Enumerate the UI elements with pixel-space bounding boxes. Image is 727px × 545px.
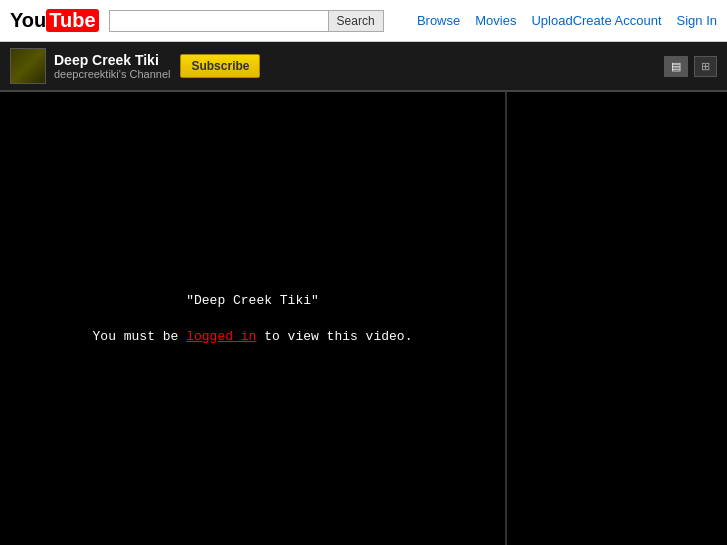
create-account-link[interactable]: Create Account (573, 13, 662, 28)
logo-tube-text: Tube (46, 9, 98, 32)
video-title: "Deep Creek Tiki" (93, 288, 413, 314)
nav-browse[interactable]: Browse (417, 13, 460, 28)
channel-info: Deep Creek Tiki deepcreektiki's Channel (54, 52, 170, 80)
channel-bar: Deep Creek Tiki deepcreektiki's Channel … (0, 42, 727, 92)
view-grid-button[interactable]: ⊞ (694, 56, 717, 77)
search-bar: Search (109, 10, 397, 32)
main-content: "Deep Creek Tiki" You must be logged in … (0, 92, 727, 545)
channel-username: deepcreektiki's Channel (54, 68, 170, 80)
channel-thumbnail (10, 48, 46, 84)
sidebar-panel (507, 92, 727, 545)
video-message: "Deep Creek Tiki" You must be logged in … (93, 288, 413, 350)
nav-movies[interactable]: Movies (475, 13, 516, 28)
sign-in-link[interactable]: Sign In (677, 13, 717, 28)
video-panel: "Deep Creek Tiki" You must be logged in … (0, 92, 507, 545)
search-button[interactable]: Search (329, 10, 384, 32)
account-links: Create Account Sign In (573, 13, 717, 28)
nav-upload[interactable]: Upload (531, 13, 572, 28)
subscribe-button[interactable]: Subscribe (180, 54, 260, 78)
header: YouTube Search Browse Movies Upload Crea… (0, 0, 727, 42)
view-list-button[interactable]: ▤ (664, 56, 688, 77)
search-input[interactable] (109, 10, 329, 32)
youtube-logo: YouTube (10, 9, 99, 32)
view-toggle: ▤ ⊞ (664, 56, 717, 77)
logged-in-link[interactable]: logged in (186, 329, 256, 344)
login-msg-suffix: to view this video. (256, 329, 412, 344)
channel-thumb-image (11, 49, 45, 83)
logo-you-text: You (10, 9, 46, 32)
channel-name: Deep Creek Tiki (54, 52, 170, 68)
nav-links: Browse Movies Upload (417, 13, 573, 28)
login-msg-prefix: You must be (93, 329, 187, 344)
login-required-message: You must be logged in to view this video… (93, 324, 413, 350)
